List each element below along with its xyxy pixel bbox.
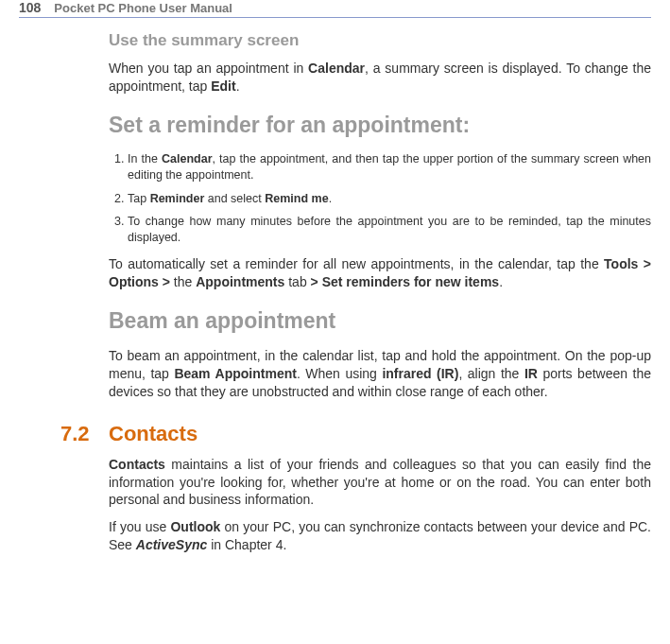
content-block-2: Contacts maintains a list of your friend… <box>109 456 651 554</box>
heading-beam: Beam an appointment <box>109 308 651 334</box>
text-bold: Calendar <box>308 61 365 76</box>
text: . <box>236 78 240 94</box>
text-bold: infrared (IR) <box>382 366 458 381</box>
text-bold: Appointments <box>196 274 284 289</box>
para-contacts-2: If you use Outlook on your PC, you can s… <box>109 518 651 554</box>
text: Tap <box>128 192 150 205</box>
page-number: 108 <box>19 0 41 15</box>
text: . <box>329 192 332 205</box>
text-bold: Remind me <box>265 192 328 205</box>
text-bold: Edit <box>211 78 235 94</box>
text-bold-italic: ActiveSync <box>136 537 207 552</box>
step-3: To change how many minutes before the ap… <box>128 214 651 246</box>
content-block-1: Use the summary screen When you tap an a… <box>109 31 651 401</box>
text-bold: Contacts <box>109 457 165 472</box>
text-bold: Calendar <box>162 152 213 165</box>
heading-set-reminder: Set a reminder for an appointment: <box>109 113 651 138</box>
text: in Chapter 4. <box>207 537 286 552</box>
section-number: 7.2 <box>19 422 109 446</box>
text-bold: Beam Appointment <box>174 366 296 381</box>
para-auto-reminder: To automatically set a reminder for all … <box>109 255 651 291</box>
text: To change how many minutes before the ap… <box>128 215 651 244</box>
text: the <box>170 274 196 289</box>
text: To automatically set a reminder for all … <box>109 256 604 271</box>
page-header: 108 Pocket PC Phone User Manual <box>19 0 651 18</box>
text: In the <box>128 152 162 165</box>
text: When you tap an appointment in <box>109 61 308 76</box>
para-beam: To beam an appointment, in the calendar … <box>109 347 651 401</box>
text: If you use <box>109 519 170 534</box>
text: , align the <box>458 366 524 381</box>
text-bold: Reminder <box>150 192 205 205</box>
para-summary: When you tap an appointment in Calendar,… <box>109 60 651 96</box>
step-2: Tap Reminder and select Remind me. <box>128 191 651 207</box>
text-bold: IR <box>524 366 538 381</box>
text-bold: Outlook <box>170 519 220 534</box>
section-title-contacts: Contacts <box>109 422 198 446</box>
text: maintains a list of your friends and col… <box>109 457 651 508</box>
para-contacts-1: Contacts maintains a list of your friend… <box>109 456 651 510</box>
section-7-2-row: 7.2 Contacts <box>19 422 651 446</box>
text: . When using <box>297 366 383 381</box>
text: and select <box>204 192 265 205</box>
text-bold: > Set reminders for new items <box>311 274 500 289</box>
manual-title: Pocket PC Phone User Manual <box>54 1 232 15</box>
text: . <box>499 274 503 289</box>
heading-use-summary: Use the summary screen <box>109 31 651 50</box>
steps-list: In the Calendar, tap the appointment, an… <box>109 151 651 246</box>
step-1: In the Calendar, tap the appointment, an… <box>128 151 651 183</box>
text: tab <box>284 274 310 289</box>
page-container: 108 Pocket PC Phone User Manual Use the … <box>0 0 670 592</box>
